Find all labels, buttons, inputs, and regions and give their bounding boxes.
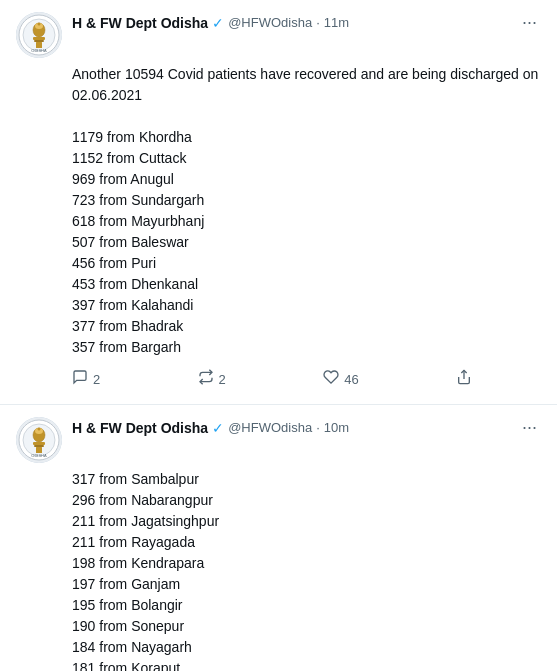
svg-point-8 <box>38 23 41 26</box>
name-group: H & FW Dept Odisha ✓ @HFWOdisha · 10m <box>72 420 349 436</box>
tweet-actions: 2 2 46 <box>72 368 472 392</box>
retweet-icon <box>198 368 214 392</box>
tweet-tweet-2: ODISHA H & FW Dept Odisha ✓ @HFWOdisha ·… <box>0 405 557 671</box>
separator-dot: · <box>316 15 320 30</box>
tweet-name-row: H & FW Dept Odisha ✓ @HFWOdisha · 10m ··… <box>72 417 541 438</box>
svg-text:ODISHA: ODISHA <box>31 48 47 53</box>
svg-rect-5 <box>34 40 44 42</box>
display-name[interactable]: H & FW Dept Odisha <box>72 15 208 31</box>
verified-icon: ✓ <box>212 15 224 31</box>
avatar[interactable]: ODISHA <box>16 417 62 463</box>
reply-action[interactable]: 2 <box>72 368 100 392</box>
svg-rect-16 <box>34 445 44 447</box>
name-group: H & FW Dept Odisha ✓ @HFWOdisha · 11m <box>72 15 349 31</box>
retweet-action[interactable]: 2 <box>198 368 226 392</box>
tweet-body: 317 from Sambalpur 296 from Nabarangpur … <box>72 469 541 671</box>
tweet-time[interactable]: 10m <box>324 420 349 435</box>
avatar[interactable]: ODISHA <box>16 12 62 58</box>
like-count: 46 <box>344 370 358 390</box>
more-options-icon[interactable]: ··· <box>518 12 541 33</box>
tweet-name-row: H & FW Dept Odisha ✓ @HFWOdisha · 11m ··… <box>72 12 541 33</box>
retweet-count: 2 <box>219 370 226 390</box>
share-action[interactable] <box>456 368 472 392</box>
handle[interactable]: @HFWOdisha <box>228 420 312 435</box>
tweet-meta: H & FW Dept Odisha ✓ @HFWOdisha · 10m ··… <box>72 417 541 438</box>
reply-icon <box>72 368 88 392</box>
tweet-tweet-1: ODISHA H & FW Dept Odisha ✓ @HFWOdisha ·… <box>0 0 557 405</box>
svg-rect-15 <box>33 442 45 445</box>
tweet-meta: H & FW Dept Odisha ✓ @HFWOdisha · 11m ··… <box>72 12 541 33</box>
svg-text:ODISHA: ODISHA <box>31 453 47 458</box>
tweet-time[interactable]: 11m <box>324 15 349 30</box>
separator-dot: · <box>316 420 320 435</box>
like-icon <box>323 368 339 392</box>
tweet-header: ODISHA H & FW Dept Odisha ✓ @HFWOdisha ·… <box>16 12 541 58</box>
tweet-header: ODISHA H & FW Dept Odisha ✓ @HFWOdisha ·… <box>16 417 541 463</box>
display-name[interactable]: H & FW Dept Odisha <box>72 420 208 436</box>
tweet-body: Another 10594 Covid patients have recove… <box>72 64 541 392</box>
verified-icon: ✓ <box>212 420 224 436</box>
more-options-icon[interactable]: ··· <box>518 417 541 438</box>
reply-count: 2 <box>93 370 100 390</box>
tweet-text: 317 from Sambalpur 296 from Nabarangpur … <box>72 469 541 671</box>
share-icon <box>456 368 472 392</box>
tweet-text: Another 10594 Covid patients have recove… <box>72 64 541 358</box>
svg-point-19 <box>38 428 41 431</box>
handle[interactable]: @HFWOdisha <box>228 15 312 30</box>
svg-rect-4 <box>33 37 45 40</box>
like-action[interactable]: 46 <box>323 368 358 392</box>
